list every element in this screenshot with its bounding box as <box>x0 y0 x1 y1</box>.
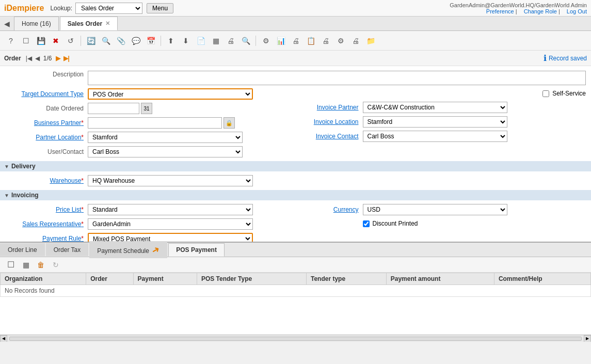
form-col-right: Self-Service Invoice Partner C&W-C&W Con… <box>296 87 586 159</box>
invoice-contact-label[interactable]: Invoice Contact <box>296 133 363 140</box>
new-record-button[interactable]: ☐ <box>19 34 33 48</box>
archive-button[interactable]: 📁 <box>364 34 377 48</box>
price-list-select[interactable]: Standard <box>88 204 253 215</box>
tab-order-tax[interactable]: Order Tax <box>46 243 88 256</box>
tab-order-line[interactable]: Order Line <box>0 243 45 256</box>
business-partner-input[interactable]: C&W Construction <box>88 117 222 129</box>
app-logo: iDempiere <box>4 4 44 13</box>
record-nav-label: Order <box>4 55 21 62</box>
invoicing-collapse-icon[interactable]: ▼ <box>4 193 9 198</box>
preference-link[interactable]: Preference <box>486 8 514 14</box>
warehouse-label[interactable]: Warehouse <box>5 177 88 184</box>
nav-next[interactable]: ▶ <box>54 54 62 62</box>
chat-button[interactable]: 💬 <box>129 34 142 48</box>
settings-button[interactable]: ⚙ <box>259 34 273 48</box>
save-button[interactable]: 💾 <box>34 34 47 48</box>
date-ordered-input[interactable]: 11/08/2012 <box>88 103 139 114</box>
bottom-delete-btn[interactable]: 🗑 <box>34 258 47 272</box>
discount-printed-checkbox[interactable] <box>363 220 370 227</box>
bottom-tab-bar: Order Line Order Tax Payment Schedule ➜ … <box>0 243 591 257</box>
bottom-refresh-btn[interactable]: ↻ <box>49 258 62 272</box>
currency-label[interactable]: Currency <box>296 206 363 213</box>
description-field[interactable] <box>88 71 586 85</box>
user-contact-row: User/Contact Carl Boss <box>5 145 296 159</box>
hscroll-track[interactable] <box>9 337 582 341</box>
tab-nav-prev[interactable]: ◀ <box>0 17 14 30</box>
hscroll-left-btn[interactable]: ◀ <box>0 335 7 342</box>
tab-pos-payment[interactable]: POS Payment <box>168 243 225 257</box>
hscroll-right-btn[interactable]: ▶ <box>584 335 591 342</box>
user-info: GardenAdmin@GardenWorld.HQ/GardenWorld A… <box>450 2 587 14</box>
lookup-label: Lookup: <box>50 5 72 12</box>
form-col-left: Target Document Type POS Order Date Orde… <box>5 87 296 159</box>
invoice-location-label[interactable]: Invoice Location <box>296 118 363 125</box>
invoice-location-row: Invoice Location Stamford <box>296 115 586 129</box>
no-records-text: No Records found <box>5 287 55 294</box>
help-button[interactable]: ? <box>4 34 18 48</box>
target-doc-type-label[interactable]: Target Document Type <box>5 90 88 98</box>
business-partner-lookup-btn[interactable]: 🔒 <box>223 117 235 129</box>
copy-button[interactable]: 📄 <box>194 34 207 48</box>
report-button[interactable]: 🖨 <box>289 34 302 48</box>
up-button[interactable]: ⬆ <box>164 34 178 48</box>
down-button[interactable]: ⬇ <box>179 34 193 48</box>
tab-payment-schedule[interactable]: Payment Schedule ➜ <box>89 241 167 258</box>
record-saved-indicator: ℹ Record saved <box>544 53 587 63</box>
nav-last[interactable]: ▶| <box>62 54 71 62</box>
no-records-cell: No Records found <box>1 285 591 297</box>
refresh-button[interactable]: 🔄 <box>84 34 98 48</box>
partner-location-select[interactable]: Stamford <box>88 132 243 143</box>
delivery-collapse-icon[interactable]: ▼ <box>4 164 9 169</box>
config-button[interactable]: ⚙ <box>334 34 347 48</box>
multi-view-button[interactable]: ▦ <box>209 34 222 48</box>
workflow-button[interactable]: 📋 <box>304 34 317 48</box>
main-toolbar: ? ☐ 💾 ✖ ↺ 🔄 🔍 📎 💬 📅 ⬆ ⬇ 📄 ▦ 🖨 🔍 ⚙ 📊 🖨 📋 … <box>0 31 591 51</box>
record-nav: Order |◀ ◀ 1/6 ▶ ▶| ℹ Record saved <box>0 51 591 66</box>
tab-home[interactable]: Home (16) <box>14 17 59 30</box>
lookup-select[interactable]: Sales Order <box>75 3 142 14</box>
payment-rule-label[interactable]: Payment Rule <box>5 235 88 242</box>
export-button[interactable]: 🖨 <box>349 34 362 48</box>
self-service-checkbox[interactable] <box>542 90 549 97</box>
invoice-location-select[interactable]: Stamford <box>363 116 507 128</box>
find-button[interactable]: 🔍 <box>99 34 113 48</box>
col-pos-tender-type: POS Tender Type <box>197 273 306 285</box>
delete-button[interactable]: ✖ <box>49 34 62 48</box>
bottom-grid-btn[interactable]: ▦ <box>19 258 33 272</box>
nav-first[interactable]: |◀ <box>24 54 34 62</box>
payment-rule-select[interactable]: Mixed POS Payment <box>88 233 253 242</box>
user-contact-select[interactable]: Carl Boss <box>88 146 243 157</box>
calendar-button[interactable]: 📅 <box>144 34 157 48</box>
print-button[interactable]: 🖨 <box>224 34 237 48</box>
currency-select[interactable]: USD <box>363 204 507 215</box>
zoom-button[interactable]: 🔍 <box>239 34 252 48</box>
tab-sales-order-label: Sales Order <box>68 20 102 27</box>
tab-sales-order[interactable]: Sales Order ✕ <box>60 17 118 30</box>
change-role-link[interactable]: Change Role <box>524 8 557 14</box>
bottom-new-btn[interactable]: ☐ <box>4 258 18 272</box>
target-doc-type-select[interactable]: POS Order <box>88 88 253 100</box>
sales-rep-label[interactable]: Sales Representative <box>5 220 88 228</box>
warehouse-row: Warehouse HQ Warehouse <box>5 173 586 188</box>
tab-close-icon[interactable]: ✕ <box>105 20 110 27</box>
partner-location-label[interactable]: Partner Location <box>5 134 88 141</box>
menu-button[interactable]: Menu <box>147 3 173 13</box>
chart-button[interactable]: 📊 <box>274 34 287 48</box>
nav-prev[interactable]: ◀ <box>34 54 41 62</box>
invoice-partner-select[interactable]: C&W-C&W Construction <box>363 102 507 113</box>
date-ordered-label: Date Ordered <box>5 105 88 112</box>
doc-print-button[interactable]: 🖨 <box>319 34 332 48</box>
sales-rep-select[interactable]: GardenAdmin <box>88 218 253 230</box>
business-partner-label[interactable]: Business Partner <box>5 119 88 126</box>
invoice-partner-label[interactable]: Invoice Partner <box>296 104 363 111</box>
attach-button[interactable]: 📎 <box>114 34 127 48</box>
record-saved-text: Record saved <box>549 55 587 62</box>
undo-button[interactable]: ↺ <box>64 34 77 48</box>
toolbar-sep-3 <box>255 36 256 46</box>
warehouse-select[interactable]: HQ Warehouse <box>88 175 253 186</box>
logout-link[interactable]: Log Out <box>567 8 587 14</box>
price-list-label[interactable]: Price List <box>5 206 88 213</box>
discount-printed-row: Discount Printed <box>296 217 586 230</box>
date-picker-button[interactable]: 31 <box>141 103 152 114</box>
invoice-contact-select[interactable]: Carl Boss <box>363 131 507 142</box>
